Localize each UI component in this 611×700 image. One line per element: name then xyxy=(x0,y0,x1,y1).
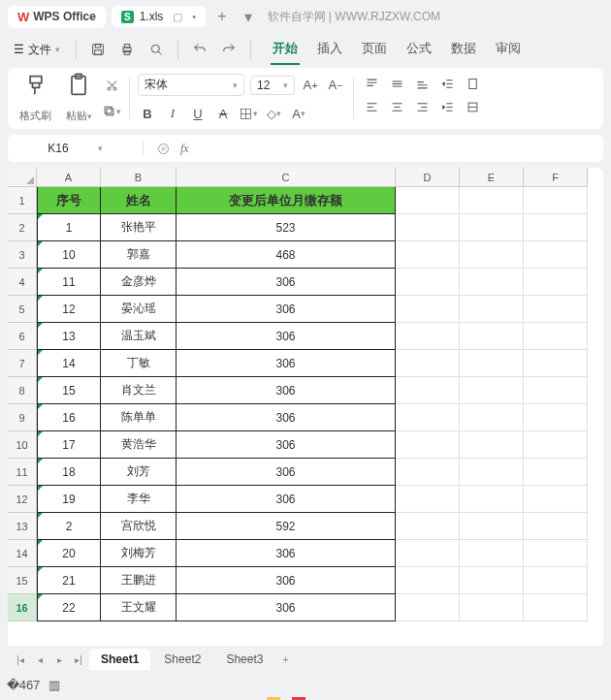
cut-icon[interactable] xyxy=(102,77,121,96)
cell[interactable] xyxy=(396,187,460,214)
orientation-icon[interactable] xyxy=(463,74,482,93)
cell[interactable] xyxy=(460,431,524,459)
tab-formula[interactable]: 公式 xyxy=(404,34,434,65)
cell[interactable] xyxy=(524,513,588,540)
row-header-5[interactable]: 5 xyxy=(8,296,37,323)
cell-seq[interactable]: 14 xyxy=(37,350,101,377)
font-color-icon[interactable]: A▾ xyxy=(289,104,308,123)
cell[interactable] xyxy=(396,567,460,594)
cell[interactable] xyxy=(396,296,460,323)
cell-amount[interactable]: 306 xyxy=(177,540,396,567)
cell[interactable] xyxy=(460,540,524,567)
status-icon-2[interactable]: ▥ xyxy=(45,675,64,694)
decrease-indent-icon[interactable] xyxy=(437,74,457,93)
cell-seq[interactable]: 1 xyxy=(37,214,101,241)
status-icon-1[interactable]: �467 xyxy=(14,675,33,694)
cell-name[interactable]: 晏沁瑶 xyxy=(101,296,177,323)
cell[interactable] xyxy=(524,350,588,377)
cell[interactable] xyxy=(460,269,524,296)
cell[interactable] xyxy=(396,350,460,377)
row-header-14[interactable]: 14 xyxy=(8,540,37,567)
header-cell-name[interactable]: 姓名 xyxy=(101,187,177,214)
row-header-4[interactable]: 4 xyxy=(8,269,37,296)
cell[interactable] xyxy=(396,459,460,486)
align-left-icon[interactable] xyxy=(362,97,381,116)
cell[interactable] xyxy=(396,594,460,621)
column-header-F[interactable]: F xyxy=(524,168,588,187)
header-cell-seq[interactable]: 序号 xyxy=(37,187,101,214)
column-header-B[interactable]: B xyxy=(101,168,177,187)
column-header-A[interactable]: A xyxy=(37,168,101,187)
italic-icon[interactable]: I xyxy=(163,104,182,123)
cell[interactable] xyxy=(460,404,524,431)
cell[interactable] xyxy=(396,486,460,513)
cell-seq[interactable]: 19 xyxy=(37,486,101,513)
decrease-font-icon[interactable]: A− xyxy=(326,76,345,95)
cell-seq[interactable]: 21 xyxy=(37,567,101,594)
increase-font-icon[interactable]: A+ xyxy=(301,76,320,95)
cell-amount[interactable]: 306 xyxy=(177,296,396,323)
align-middle-icon[interactable] xyxy=(387,74,406,93)
cell-amount[interactable]: 306 xyxy=(177,350,396,377)
cell-seq[interactable]: 13 xyxy=(37,323,101,350)
cell-name[interactable]: 刘梅芳 xyxy=(101,540,177,567)
cell-seq[interactable]: 17 xyxy=(37,431,101,459)
cell-name[interactable]: 宫欣悦 xyxy=(101,513,177,540)
cell[interactable] xyxy=(524,241,588,269)
cell[interactable] xyxy=(524,404,588,431)
cell[interactable] xyxy=(460,377,524,404)
cell[interactable] xyxy=(460,350,524,377)
cell[interactable] xyxy=(524,269,588,296)
file-tab[interactable]: S 1.xls ▢ • xyxy=(112,6,206,27)
tab-menu-button[interactable]: ▾ xyxy=(239,8,258,26)
tab-close-icon[interactable]: • xyxy=(192,11,196,22)
row-header-6[interactable]: 6 xyxy=(8,323,37,350)
sheet-nav-prev[interactable]: ◂ xyxy=(31,651,48,668)
cancel-formula-icon[interactable] xyxy=(153,139,173,158)
cell-name[interactable]: 丁敏 xyxy=(101,350,177,377)
cell-name[interactable]: 温玉斌 xyxy=(101,323,177,350)
cell[interactable] xyxy=(396,377,460,404)
cell[interactable] xyxy=(524,377,588,404)
print-preview-icon[interactable] xyxy=(145,38,168,61)
add-sheet-button[interactable]: + xyxy=(276,651,294,668)
cell[interactable] xyxy=(460,513,524,540)
cell-seq[interactable]: 15 xyxy=(37,377,101,404)
cell-name[interactable]: 刘芳 xyxy=(101,459,177,486)
row-header-3[interactable]: 3 xyxy=(8,241,37,269)
row-header-1[interactable]: 1 xyxy=(8,187,37,214)
tab-data[interactable]: 数据 xyxy=(449,34,478,65)
new-tab-button[interactable]: + xyxy=(211,8,232,25)
copy-icon[interactable]: ▾ xyxy=(102,102,121,121)
cell[interactable] xyxy=(396,241,460,269)
fx-label[interactable]: fx xyxy=(180,142,189,156)
font-size-select[interactable]: 12▾ xyxy=(250,76,295,95)
cell-amount[interactable]: 592 xyxy=(177,513,396,540)
cell[interactable] xyxy=(460,567,524,594)
cell[interactable] xyxy=(396,214,460,241)
cell-name[interactable]: 王鹏进 xyxy=(101,567,177,594)
sheet-tab-1[interactable]: Sheet1 xyxy=(89,649,150,670)
cell[interactable] xyxy=(524,214,588,241)
cell[interactable] xyxy=(460,187,524,214)
sheet-tab-2[interactable]: Sheet2 xyxy=(152,649,212,670)
cell[interactable] xyxy=(524,296,588,323)
file-menu[interactable]: ☰ 文件 ▾ xyxy=(8,38,66,62)
cell-seq[interactable]: 18 xyxy=(37,459,101,486)
sheet-nav-last[interactable]: ▸| xyxy=(70,651,87,668)
tab-review[interactable]: 审阅 xyxy=(494,34,523,65)
increase-indent-icon[interactable] xyxy=(437,97,457,116)
row-header-9[interactable]: 9 xyxy=(8,404,37,431)
column-header-E[interactable]: E xyxy=(460,168,524,187)
cell[interactable] xyxy=(396,269,460,296)
cell[interactable] xyxy=(524,567,588,594)
cell-amount[interactable]: 306 xyxy=(177,486,396,513)
row-header-11[interactable]: 11 xyxy=(8,459,37,486)
cell-seq[interactable]: 2 xyxy=(37,513,101,540)
cell-amount[interactable]: 306 xyxy=(177,323,396,350)
align-bottom-icon[interactable] xyxy=(412,74,432,93)
cell[interactable] xyxy=(460,323,524,350)
cell-amount[interactable]: 306 xyxy=(177,377,396,404)
cell[interactable] xyxy=(460,241,524,269)
align-center-icon[interactable] xyxy=(387,97,406,116)
